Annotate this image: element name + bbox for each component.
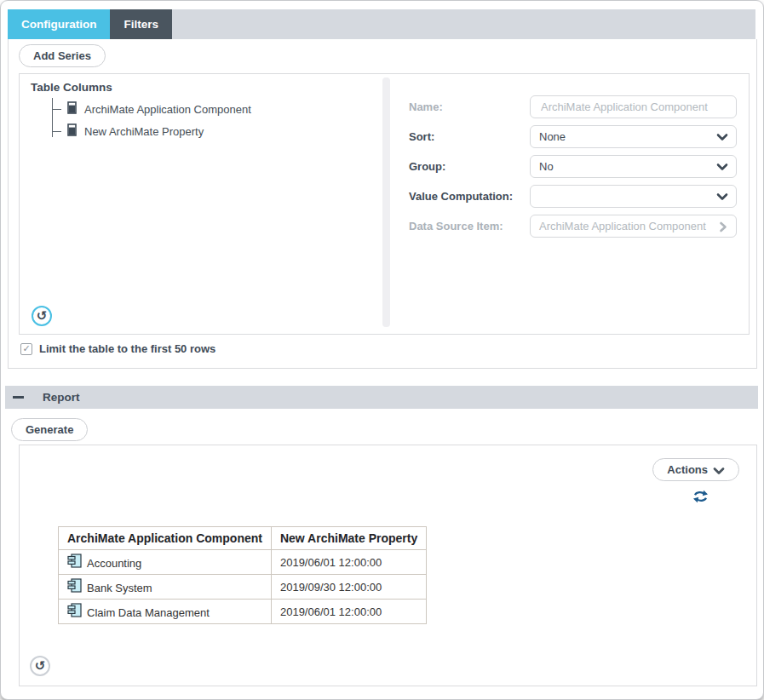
group-select[interactable]: No — [530, 155, 737, 178]
component-name[interactable]: Claim Data Management — [87, 606, 210, 620]
name-row: Name: — [409, 95, 737, 118]
data-source-item-value: ArchiMate Application Component — [539, 220, 706, 232]
column-header-component: ArchiMate Application Component — [59, 527, 272, 550]
reset-report-button[interactable]: ↺ — [30, 656, 50, 676]
value-computation-select[interactable] — [530, 185, 737, 208]
column-icon — [67, 123, 77, 139]
tree-item-new-archimate-property[interactable]: New ArchiMate Property — [42, 120, 251, 142]
archimate-component-icon — [67, 603, 82, 620]
refresh-icon[interactable] — [692, 490, 709, 507]
archimate-component-icon — [67, 554, 82, 571]
group-label: Group: — [409, 160, 530, 173]
actions-button[interactable]: Actions — [652, 458, 739, 481]
chevron-down-icon — [716, 192, 728, 204]
chevron-down-icon — [716, 132, 728, 145]
column-icon — [67, 101, 77, 117]
undo-icon: ↺ — [37, 310, 48, 323]
tab-configuration[interactable]: Configuration — [8, 9, 110, 39]
chevron-down-icon — [716, 162, 728, 175]
series-form: Name: Sort: None — [400, 95, 749, 244]
name-input — [539, 100, 727, 114]
component-name[interactable]: Accounting — [87, 557, 141, 571]
reset-series-button[interactable]: ↺ — [32, 306, 52, 326]
data-source-item-label: Data Source Item: — [409, 220, 530, 232]
group-value: No — [539, 160, 554, 173]
archimate-component-icon — [67, 578, 82, 595]
chevron-down-icon — [713, 466, 725, 476]
generate-button[interactable]: Generate — [11, 418, 88, 441]
collapse-minus-icon[interactable] — [13, 396, 24, 399]
table-row: Claim Data Management 2019/06/01 12:00:0… — [59, 600, 427, 624]
actions-label: Actions — [667, 463, 708, 476]
tree-item-label: New ArchiMate Property — [84, 125, 204, 138]
name-label: Name: — [409, 100, 530, 113]
series-editor-box: Table Columns ArchiMate Application Comp… — [19, 73, 750, 335]
limit-rows-control[interactable]: ✓ Limit the table to the first 50 rows — [20, 342, 215, 355]
name-field — [530, 95, 737, 118]
column-header-property: New ArchiMate Property — [271, 527, 426, 550]
property-value: 2019/06/01 12:00:00 — [271, 550, 426, 575]
property-value: 2019/09/30 12:00:00 — [271, 575, 426, 600]
tree-item-archimate-application-component[interactable]: ArchiMate Application Component — [42, 98, 251, 120]
app-window: Configuration Filters Add Series Table C… — [0, 0, 764, 700]
sort-label: Sort: — [409, 130, 530, 143]
group-row: Group: No — [409, 155, 737, 178]
data-source-item-field: ArchiMate Application Component — [530, 215, 737, 238]
tree-item-label: ArchiMate Application Component — [84, 103, 251, 116]
value-computation-row: Value Computation: — [409, 185, 737, 208]
tab-filters[interactable]: Filters — [110, 9, 172, 39]
table-row: Accounting 2019/06/01 12:00:00 — [59, 550, 427, 575]
table-header-row: ArchiMate Application Component New Arch… — [59, 527, 427, 550]
table-row: Bank System 2019/09/30 12:00:00 — [59, 575, 427, 600]
undo-icon: ↺ — [35, 660, 46, 673]
sort-row: Sort: None — [409, 125, 737, 148]
value-computation-label: Value Computation: — [409, 190, 530, 203]
sort-select[interactable]: None — [530, 125, 737, 148]
data-source-item-row: Data Source Item: ArchiMate Application … — [409, 215, 737, 238]
report-section-header[interactable]: Report — [5, 386, 758, 409]
limit-rows-label: Limit the table to the first 50 rows — [39, 342, 215, 355]
report-table: ArchiMate Application Component New Arch… — [58, 526, 427, 624]
chevron-right-icon — [718, 221, 728, 235]
property-value: 2019/06/01 12:00:00 — [271, 600, 426, 624]
add-series-button[interactable]: Add Series — [19, 44, 106, 67]
table-columns-tree: ArchiMate Application Component New Arch… — [42, 98, 251, 142]
limit-rows-checkbox[interactable]: ✓ — [20, 343, 32, 355]
tab-bar: Configuration Filters — [8, 9, 755, 39]
report-section-title: Report — [43, 391, 80, 404]
report-panel: Actions ArchiMate Application Component … — [19, 445, 757, 686]
tab-bar-filler — [172, 9, 755, 39]
sort-value: None — [539, 130, 566, 143]
component-name[interactable]: Bank System — [87, 582, 152, 595]
tree-scrollbar[interactable] — [382, 77, 390, 327]
table-columns-title: Table Columns — [31, 81, 112, 94]
configuration-panel: Add Series Table Columns ArchiMate Appli… — [8, 39, 757, 369]
